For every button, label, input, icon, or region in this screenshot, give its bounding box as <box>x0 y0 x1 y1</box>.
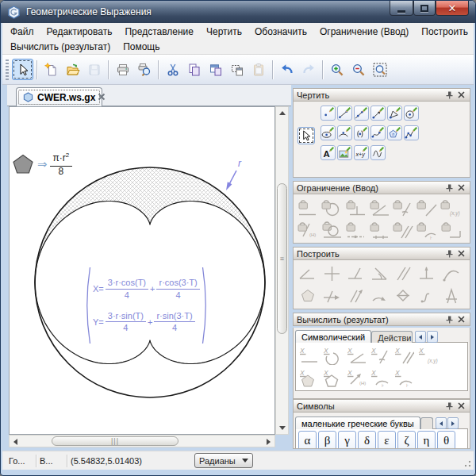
constraint-slash-h[interactable]: (H) <box>297 219 319 240</box>
constraint-parallel[interactable] <box>392 219 414 240</box>
open-button[interactable] <box>62 59 83 80</box>
draw-tool-polygon[interactable] <box>387 106 402 121</box>
draw-tool-point[interactable] <box>321 106 336 121</box>
horizontal-scrollbar[interactable]: ||| <box>9 435 275 447</box>
calculate-symbolic-direction[interactable]: X <box>369 344 391 366</box>
greek-letter-ζ[interactable]: ζ <box>397 431 416 449</box>
document-tab[interactable]: CWER.ws.gx <box>16 87 102 106</box>
construct-s-curve[interactable] <box>416 285 438 306</box>
construct-midpoint-cross[interactable] <box>321 263 343 284</box>
copy-button[interactable] <box>183 59 205 80</box>
scroll-right-button[interactable] <box>263 436 274 447</box>
menu-помощь[interactable]: Помощь <box>117 40 166 54</box>
close-icon[interactable] <box>456 182 466 193</box>
constraint-congruent[interactable] <box>440 219 462 240</box>
draw-tool-circle[interactable] <box>404 106 419 121</box>
close-icon[interactable] <box>456 90 466 100</box>
zoom-out-button[interactable] <box>347 59 369 80</box>
select-button[interactable] <box>12 59 33 80</box>
construct-parallel-line[interactable] <box>392 263 414 284</box>
constraint-direction[interactable] <box>392 197 414 218</box>
construct-perpendicular-drop[interactable] <box>344 263 367 284</box>
constraint-radius[interactable] <box>321 197 343 218</box>
equation-block[interactable]: X= 3·r·cos(T)4 + r·cos(3·T)4 Y= 3·r·sin(… <box>83 266 209 345</box>
draw-tool-line[interactable] <box>354 106 369 121</box>
angle-units-dropdown[interactable]: Радианы <box>194 453 253 468</box>
scroll-up-button[interactable] <box>276 107 288 119</box>
panel-calculate-header[interactable]: Вычислить (результат) <box>293 313 470 326</box>
tab-close-button[interactable] <box>96 91 107 102</box>
constraint-tangent-circle[interactable] <box>321 219 343 240</box>
menu-представление[interactable]: Представление <box>118 25 200 39</box>
calculate-symbolic-curvature[interactable]: X⊦ <box>393 367 415 388</box>
pin-icon[interactable] <box>444 314 455 324</box>
zoom-in-button[interactable] <box>326 59 347 80</box>
draw-tool-expression[interactable]: x+y <box>354 145 369 160</box>
tab-small-greek[interactable]: маленькие греческие буквы <box>295 416 420 429</box>
draw-tool-polyline[interactable] <box>404 125 419 140</box>
construct-polygon[interactable] <box>297 285 319 306</box>
calculate-symbolic-vector[interactable]: X(H) <box>345 367 367 388</box>
menu-обозначить[interactable]: Обозначить <box>248 25 313 39</box>
calculate-symbolic-radius[interactable]: X <box>321 344 344 366</box>
greek-letter-α[interactable]: α <box>298 431 317 449</box>
construct-tangent-from-point[interactable] <box>440 263 462 284</box>
menu-построить[interactable]: Построить <box>415 25 474 39</box>
draw-tool-curve[interactable] <box>370 125 386 140</box>
minimize-button[interactable] <box>390 1 413 16</box>
tab-scroll-right[interactable] <box>427 331 438 343</box>
new-button[interactable] <box>40 59 62 80</box>
draw-tool-ellipse[interactable] <box>321 125 336 140</box>
construct-angle-arc[interactable] <box>368 263 390 284</box>
close-icon[interactable] <box>456 314 466 324</box>
print-button[interactable] <box>112 59 133 80</box>
calculate-symbolic-distance[interactable]: X <box>298 344 320 366</box>
save-button[interactable] <box>83 59 105 80</box>
calculate-symbolic-perimeter[interactable]: X <box>321 367 344 388</box>
pin-icon[interactable] <box>444 401 455 411</box>
menu-файл[interactable]: Файл <box>4 25 40 39</box>
tab-scroll-right[interactable] <box>447 417 459 429</box>
select-tool-button[interactable] <box>298 127 315 144</box>
vertical-scrollbar[interactable]: ≡ <box>275 106 289 435</box>
pin-icon[interactable] <box>444 182 455 193</box>
menu-вычислить-результат-[interactable]: Вычислить (результат) <box>4 40 117 54</box>
draw-tool-conic[interactable] <box>354 125 369 140</box>
tab-next-partial[interactable] <box>420 417 433 429</box>
title-bar[interactable]: Геометрические Выражения ✕ <box>1 1 475 23</box>
draw-tool-segment[interactable] <box>337 106 352 121</box>
area-result-annotation[interactable]: ⇒ π·r2 8 <box>12 152 72 178</box>
tab-scroll-left[interactable] <box>436 417 447 429</box>
menu-редактировать[interactable]: Редактировать <box>40 25 119 39</box>
scroll-left-button[interactable] <box>10 436 21 447</box>
close-icon[interactable] <box>456 248 466 259</box>
draw-tool-arc[interactable] <box>337 125 352 140</box>
greek-letter-η[interactable]: η <box>417 431 436 449</box>
draw-tool-vector[interactable] <box>370 106 386 121</box>
toolbar-grip[interactable] <box>6 60 9 80</box>
calculate-symbolic-parallel[interactable]: X <box>393 344 415 366</box>
construct-perpendicular-at-point[interactable] <box>416 263 438 284</box>
constraint-distance[interactable] <box>297 197 319 218</box>
greek-letter-γ[interactable]: γ <box>338 431 356 449</box>
greek-letter-ε[interactable]: ε <box>378 431 396 449</box>
close-button[interactable]: ✕ <box>436 1 469 16</box>
menu-чертить[interactable]: Чертить <box>200 25 248 39</box>
constraint-tangent-curve[interactable]: ⊦ <box>416 219 438 240</box>
constraint-coordinates[interactable]: (x,y) <box>440 197 462 218</box>
draw-tool-regular-polygon[interactable]: n <box>387 125 402 140</box>
tab-scroll-left[interactable] <box>415 331 426 343</box>
draw-tool-picture[interactable] <box>337 145 352 160</box>
greek-letter-β[interactable]: β <box>318 431 336 449</box>
panel-construct-header[interactable]: Построить <box>293 247 470 260</box>
radius-annotation[interactable]: r <box>226 158 242 190</box>
undo-button[interactable] <box>276 59 298 80</box>
construct-locus[interactable] <box>440 285 462 306</box>
calculate-symbolic-angle[interactable]: X <box>345 344 367 366</box>
constraint-proportional-point[interactable] <box>368 219 390 240</box>
horizontal-scroll-thumb[interactable]: ||| <box>52 436 178 446</box>
construct-reflection[interactable] <box>392 285 414 306</box>
calculate-symbolic-tangent[interactable]: X⊧ <box>369 367 391 388</box>
draw-tool-text[interactable]: A <box>321 145 336 160</box>
construct-angle-bisector[interactable] <box>297 263 319 284</box>
